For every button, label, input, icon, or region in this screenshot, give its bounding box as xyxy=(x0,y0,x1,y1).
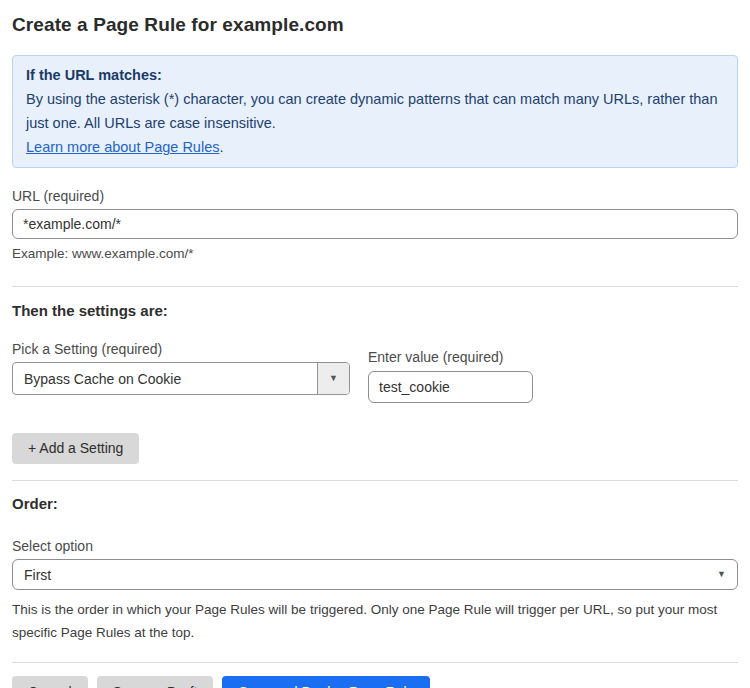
info-box-body: By using the asterisk (*) character, you… xyxy=(26,87,724,135)
order-section-heading: Order: xyxy=(12,495,738,512)
setting-value-input[interactable] xyxy=(368,371,533,403)
page-title: Create a Page Rule for example.com xyxy=(12,14,738,36)
cancel-button[interactable]: Cancel xyxy=(12,676,88,688)
create-page-rule-form: Create a Page Rule for example.com If th… xyxy=(0,0,750,688)
info-box-link-line: Learn more about Page Rules. xyxy=(26,135,724,159)
settings-section-heading: Then the settings are: xyxy=(12,302,738,319)
save-and-deploy-button[interactable]: Save and Deploy Page Rule xyxy=(222,676,430,688)
url-example-text: Example: www.example.com/* xyxy=(12,246,738,261)
add-setting-button[interactable]: + Add a Setting xyxy=(12,433,139,464)
pick-setting-label: Pick a Setting (required) xyxy=(12,341,350,357)
setting-dropdown-button[interactable]: ▼ xyxy=(317,363,349,394)
link-suffix: . xyxy=(219,139,223,155)
url-input[interactable] xyxy=(12,209,738,239)
settings-row: Pick a Setting (required) Bypass Cache o… xyxy=(12,321,738,403)
url-matches-info-box: If the URL matches: By using the asteris… xyxy=(12,55,738,168)
setting-dropdown[interactable]: Bypass Cache on Cookie ▼ xyxy=(12,362,350,395)
save-as-draft-button[interactable]: Save as Draft xyxy=(97,676,214,688)
divider xyxy=(12,286,738,287)
setting-picker-column: Pick a Setting (required) Bypass Cache o… xyxy=(12,321,350,403)
footer-button-row: Cancel Save as Draft Save and Deploy Pag… xyxy=(12,676,738,688)
order-select-value: First xyxy=(24,567,51,583)
order-description: This is the order in which your Page Rul… xyxy=(12,598,738,644)
url-label: URL (required) xyxy=(12,188,738,204)
learn-more-link[interactable]: Learn more about Page Rules xyxy=(26,139,219,155)
divider xyxy=(12,662,738,663)
setting-value-column: Enter value (required) xyxy=(368,329,533,403)
order-select[interactable]: First ▼ xyxy=(12,559,738,590)
info-box-heading: If the URL matches: xyxy=(26,63,724,87)
divider xyxy=(12,480,738,481)
enter-value-label: Enter value (required) xyxy=(368,349,533,365)
chevron-down-icon: ▼ xyxy=(329,374,338,383)
setting-dropdown-value: Bypass Cache on Cookie xyxy=(13,363,317,394)
chevron-down-icon: ▼ xyxy=(717,570,726,579)
select-option-label: Select option xyxy=(12,538,738,554)
